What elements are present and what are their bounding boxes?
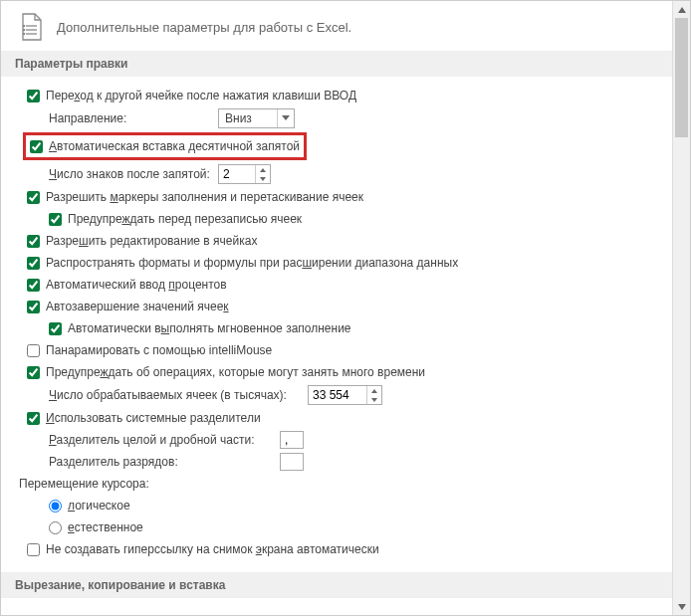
dropdown-direction[interactable]: Вниз <box>218 108 295 128</box>
label-system-separators: Использовать системные разделители <box>46 409 261 427</box>
label-auto-decimal: Автоматическая вставка десятичной запято… <box>49 137 300 155</box>
checkbox-warn-overwrite[interactable] <box>49 213 62 226</box>
spinner-down-icon[interactable] <box>256 174 270 183</box>
scroll-thumb[interactable] <box>675 18 688 137</box>
checkbox-warn-long-ops[interactable] <box>27 366 40 379</box>
label-move-after-enter: Переход к другой ячейке после нажатия кл… <box>46 87 356 104</box>
chevron-down-icon <box>277 109 294 127</box>
radio-cursor-logical[interactable] <box>49 500 62 513</box>
scroll-down-icon[interactable] <box>673 598 690 615</box>
document-options-icon <box>15 11 47 43</box>
spinner-up-icon[interactable] <box>256 165 270 174</box>
editing-options-content: Переход к другой ячейке после нажатия кл… <box>1 77 690 558</box>
spinner-up-icon[interactable] <box>367 386 381 395</box>
label-decimal-digits: Число знаков после запятой: <box>49 165 218 183</box>
checkbox-fill-handle[interactable] <box>27 191 40 204</box>
label-auto-percent: Автоматический ввод процентов <box>46 276 227 294</box>
svg-point-3 <box>23 25 24 26</box>
checkbox-flash-fill[interactable] <box>49 322 62 335</box>
input-decimal-digits[interactable] <box>219 166 255 182</box>
label-direction: Направление: <box>49 109 218 127</box>
svg-point-5 <box>23 33 24 34</box>
label-cursor-movement: Перемещение курсора: <box>19 475 149 493</box>
checkbox-intellimouse[interactable] <box>27 344 40 357</box>
input-thousand-sep[interactable] <box>280 453 304 471</box>
label-warn-overwrite: Предупреждать перед перезаписью ячеек <box>68 210 302 228</box>
label-edit-in-cell: Разрешить редактирование в ячейках <box>46 232 257 250</box>
checkbox-move-after-enter[interactable] <box>27 90 40 103</box>
checkbox-autocomplete[interactable] <box>27 301 40 313</box>
label-thousand-sep: Разделитель разрядов: <box>49 453 280 471</box>
vertical-scrollbar[interactable] <box>672 1 690 615</box>
label-cells-thousands: Число обрабатываемых ячеек (в тысячах): <box>49 386 308 404</box>
spinner-down-icon[interactable] <box>367 395 381 404</box>
spinner-cells-thousands[interactable] <box>308 385 382 405</box>
label-cursor-logical: логическое <box>68 497 130 514</box>
scroll-up-icon[interactable] <box>673 1 690 18</box>
label-flash-fill: Автоматически выполнять мгновенное запол… <box>68 319 351 337</box>
dropdown-direction-value: Вниз <box>219 109 277 127</box>
input-cells-thousands[interactable] <box>309 387 366 403</box>
label-autocomplete: Автозавершение значений ячеек <box>46 298 229 315</box>
options-window: Дополнительные параметры для работы с Ex… <box>0 0 691 616</box>
checkbox-auto-decimal[interactable] <box>30 140 43 153</box>
spinner-decimal-digits[interactable] <box>218 164 271 184</box>
label-no-hyperlink-screenshot: Не создавать гиперссылку на снимок экран… <box>46 540 379 558</box>
label-fill-handle: Разрешить маркеры заполнения и перетаски… <box>46 188 363 206</box>
label-warn-long-ops: Предупреждать об операциях, которые могу… <box>46 363 425 381</box>
input-decimal-sep[interactable] <box>280 431 304 449</box>
section-editing-options: Параметры правки <box>1 51 690 77</box>
page-header: Дополнительные параметры для работы с Ex… <box>1 1 690 51</box>
label-extend-formats: Распространять форматы и формулы при рас… <box>46 254 458 272</box>
radio-cursor-natural[interactable] <box>49 521 62 534</box>
label-decimal-sep: Разделитель целой и дробной части: <box>49 431 280 449</box>
label-intellimouse: Панарамировать с помощью intelliMouse <box>46 341 272 359</box>
checkbox-auto-percent[interactable] <box>27 279 40 292</box>
checkbox-no-hyperlink-screenshot[interactable] <box>27 543 40 556</box>
section-cut-copy-paste: Вырезание, копирование и вставка <box>1 572 690 598</box>
checkbox-system-separators[interactable] <box>27 412 40 425</box>
label-cursor-natural: естественное <box>68 518 143 536</box>
svg-point-4 <box>23 29 24 30</box>
checkbox-edit-in-cell[interactable] <box>27 235 40 248</box>
highlighted-option: Автоматическая вставка десятичной запято… <box>23 132 307 160</box>
checkbox-extend-formats[interactable] <box>27 257 40 270</box>
page-title: Дополнительные параметры для работы с Ex… <box>57 20 351 35</box>
